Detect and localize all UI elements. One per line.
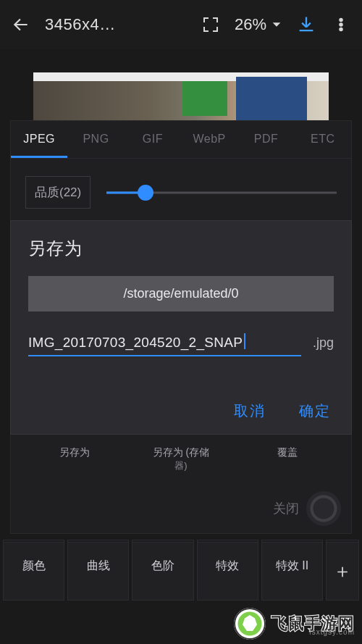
canvas-preview xyxy=(33,72,329,120)
option-overwrite[interactable]: 覆盖 xyxy=(235,446,341,472)
tab-png[interactable]: PNG xyxy=(67,121,124,158)
save-as-dialog: 另存为 /storage/emulated/0 IMG_20170703_204… xyxy=(10,220,352,435)
tab-jpeg[interactable]: JPEG xyxy=(11,121,67,158)
tool-curves[interactable]: 曲线 xyxy=(67,542,129,601)
bottom-toolstrip: 颜色 曲线 色阶 特效 特效 II ＋ xyxy=(0,542,362,601)
quality-slider[interactable] xyxy=(106,183,337,203)
app-topbar: 3456x4… 26% xyxy=(0,0,362,49)
save-path-button[interactable]: /storage/emulated/0 xyxy=(28,276,334,311)
svg-point-2 xyxy=(340,28,342,31)
zoom-dropdown[interactable]: 26% xyxy=(235,15,282,34)
fab-placeholder[interactable] xyxy=(306,491,341,526)
tool-levels[interactable]: 色阶 xyxy=(132,542,193,601)
quality-row: 品质(22) xyxy=(11,159,351,222)
text-cursor xyxy=(244,333,245,349)
dialog-title: 另存为 xyxy=(28,237,334,260)
save-options-row: 另存为 另存为 (存储 器) 覆盖 xyxy=(11,446,351,472)
tab-gif[interactable]: GIF xyxy=(125,121,181,158)
tool-effects[interactable]: 特效 xyxy=(197,542,258,601)
option-save-as[interactable]: 另存为 xyxy=(21,446,127,472)
tool-color[interactable]: 颜色 xyxy=(3,542,64,601)
overflow-menu-icon[interactable] xyxy=(330,14,352,35)
back-icon[interactable] xyxy=(10,14,32,35)
watermark-domain: fsxtgsy.com xyxy=(309,628,355,636)
format-tabs: JPEG PNG GIF WebP PDF ETC xyxy=(11,121,351,159)
site-watermark: 飞鼠手游网 fsxtgsy.com xyxy=(234,608,355,640)
fullscreen-icon[interactable] xyxy=(200,14,222,35)
ok-button[interactable]: 确定 xyxy=(299,401,331,421)
download-icon[interactable] xyxy=(295,14,317,35)
image-dimensions: 3456x4… xyxy=(45,15,116,34)
quality-value-box[interactable]: 品质(22) xyxy=(25,176,90,209)
svg-point-1 xyxy=(340,23,342,26)
watermark-logo-icon xyxy=(234,608,266,640)
tool-more-icon[interactable]: ＋ xyxy=(326,542,359,601)
zoom-value: 26% xyxy=(235,15,266,34)
tab-pdf[interactable]: PDF xyxy=(237,121,294,158)
file-extension: .jpg xyxy=(306,335,334,351)
filename-input[interactable]: IMG_20170703_204520_2_SNAP xyxy=(28,333,301,356)
option-save-storage[interactable]: 另存为 (存储 器) xyxy=(127,446,234,472)
svg-point-0 xyxy=(340,19,342,22)
chevron-down-icon xyxy=(271,19,282,30)
tab-webp[interactable]: WebP xyxy=(181,121,237,158)
tab-etc[interactable]: ETC xyxy=(295,121,351,158)
close-panel-button[interactable]: 关闭 xyxy=(273,500,299,517)
cancel-button[interactable]: 取消 xyxy=(234,401,266,421)
tool-effects2[interactable]: 特效 II xyxy=(261,542,323,601)
